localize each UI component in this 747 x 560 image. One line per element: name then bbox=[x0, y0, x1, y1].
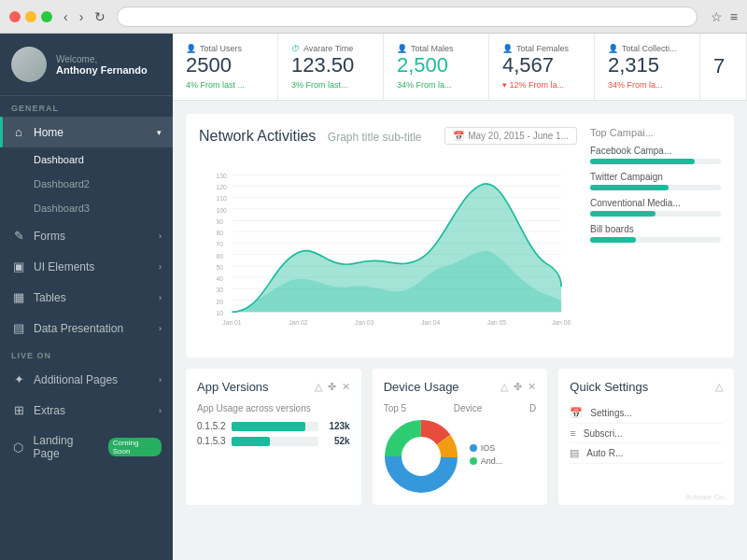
close-button[interactable] bbox=[9, 11, 21, 22]
additional-pages-icon: ✦ bbox=[11, 372, 26, 386]
stat-total-collections: 👤 Total Collecti... 2,315 34% From la... bbox=[595, 34, 700, 100]
quick-item-auto-label: Auto R... bbox=[586, 448, 623, 458]
stat-total-males-change: 34% From la... bbox=[397, 80, 475, 90]
sidebar-item-ui-elements[interactable]: ▣ UI Elements › bbox=[0, 251, 173, 282]
app-version-row-1: 0.1.5.2 123k bbox=[197, 421, 350, 431]
svg-text:Jan 04: Jan 04 bbox=[421, 319, 441, 326]
svg-text:120: 120 bbox=[217, 184, 228, 190]
star-icon[interactable]: ☆ bbox=[711, 9, 723, 24]
stat-total-males: 👤 Total Males 2,500 34% From la... bbox=[384, 34, 489, 100]
chart-left: Network Activities Graph title sub-title… bbox=[199, 127, 577, 344]
device-top5: Top 5 bbox=[384, 403, 406, 413]
date-range-text: May 20, 2015 - June 1... bbox=[468, 131, 569, 141]
campaign-facebook-bar bbox=[590, 159, 695, 164]
campaign-conventional: Conventional Media... bbox=[590, 198, 721, 217]
sidebar-subitem-dashboard[interactable]: Dashboard bbox=[0, 147, 173, 172]
svg-text:70: 70 bbox=[217, 241, 224, 247]
sidebar-item-additional-pages[interactable]: ✦ Additional Pages › bbox=[0, 364, 173, 395]
campaign-billboards-name: Bill boards bbox=[590, 224, 721, 234]
auto-icon: ▤ bbox=[570, 447, 579, 459]
svg-text:110: 110 bbox=[217, 195, 228, 202]
svg-text:Jan 01: Jan 01 bbox=[222, 319, 242, 326]
close-icon2[interactable]: ✕ bbox=[528, 381, 536, 393]
sidebar-item-additional-label: Additional Pages bbox=[34, 373, 118, 386]
settings-icon: 📅 bbox=[570, 407, 583, 419]
quick-settings-controls: △ bbox=[715, 381, 723, 393]
stat-total-males-value: 2,500 bbox=[397, 53, 475, 77]
app-versions-title: App Versions bbox=[197, 380, 269, 394]
female-icon: 👤 bbox=[502, 44, 513, 53]
users-icon: 👤 bbox=[186, 44, 196, 53]
section-label-liveon: LIVE ON bbox=[0, 343, 173, 364]
expand-icon2[interactable]: △ bbox=[500, 381, 508, 393]
clock-icon: ⏱ bbox=[291, 44, 300, 53]
legend-android: And... bbox=[470, 456, 503, 466]
sidebar-item-landing-label: Landing Page bbox=[34, 434, 101, 460]
stat-total-collections-change: 34% From la... bbox=[608, 80, 686, 90]
close-icon[interactable]: ✕ bbox=[342, 381, 350, 393]
svg-text:50: 50 bbox=[217, 264, 224, 271]
expand-icon[interactable]: △ bbox=[315, 381, 322, 393]
sidebar-item-tables-label: Tables bbox=[34, 291, 66, 304]
sidebar-subitem-dashboard2[interactable]: Dashboard2 bbox=[0, 172, 173, 196]
tables-icon: ▦ bbox=[11, 290, 26, 304]
chart-section: Network Activities Graph title sub-title… bbox=[186, 114, 734, 357]
chevron-right-icon5: › bbox=[159, 375, 162, 385]
maximize-button[interactable] bbox=[41, 11, 52, 22]
pin-icon[interactable]: ✤ bbox=[328, 381, 336, 393]
ui-elements-icon: ▣ bbox=[11, 259, 26, 273]
device-usage-title: Device Usage bbox=[384, 380, 459, 394]
avatar bbox=[11, 47, 47, 82]
chevron-right-icon4: › bbox=[159, 324, 162, 333]
collections-icon: 👤 bbox=[608, 44, 618, 53]
quick-item-subscriptions[interactable]: ≡ Subscri... bbox=[570, 424, 723, 443]
sidebar-item-forms[interactable]: ✎ Forms › bbox=[0, 220, 173, 251]
svg-text:30: 30 bbox=[217, 287, 224, 293]
campaign-twitter-name: Twitter Campaign bbox=[590, 172, 721, 182]
back-button[interactable]: ‹ bbox=[60, 7, 72, 26]
stat-total-collections-title: 👤 Total Collecti... bbox=[608, 44, 686, 53]
sidebar-item-tables[interactable]: ▦ Tables › bbox=[0, 282, 173, 313]
area-chart: 130 120 110 100 90 80 70 60 50 40 30 20 bbox=[199, 154, 577, 344]
sidebar-item-data-presentation[interactable]: ▤ Data Presentation › bbox=[0, 313, 173, 343]
subscriptions-icon: ≡ bbox=[570, 427, 575, 439]
user-info: Welcome, Anthony Fernando bbox=[56, 54, 148, 76]
device-usage-controls: △ ✤ ✕ bbox=[500, 381, 536, 393]
campaign-billboards: Bill boards bbox=[590, 224, 721, 243]
main-content: 👤 Total Users 2500 4% From last ... ⏱ Av… bbox=[173, 34, 747, 560]
sidebar-item-landing-page[interactable]: ⬡ Landing Page Coming Soon bbox=[0, 426, 173, 469]
stat-total-users: 👤 Total Users 2500 4% From last ... bbox=[173, 34, 278, 100]
campaign-conventional-bar-bg bbox=[590, 211, 721, 217]
stat-total-users-title: 👤 Total Users bbox=[186, 44, 264, 53]
refresh-button[interactable]: ↻ bbox=[91, 7, 109, 26]
minimize-button[interactable] bbox=[25, 11, 36, 22]
quick-item-auto[interactable]: ▤ Auto R... bbox=[570, 443, 723, 464]
stat-6: 7 bbox=[700, 34, 747, 100]
expand-icon3[interactable]: △ bbox=[715, 381, 723, 393]
svg-text:10: 10 bbox=[217, 310, 224, 316]
sidebar-subitem-dashboard3[interactable]: Dashboard3 bbox=[0, 196, 173, 220]
forward-button[interactable]: › bbox=[76, 7, 88, 26]
address-bar[interactable] bbox=[117, 7, 697, 27]
campaign-facebook: Facebook Campa... bbox=[590, 146, 721, 164]
sidebar-item-extras[interactable]: ⊞ Extras › bbox=[0, 395, 173, 426]
coming-soon-badge: Coming Soon bbox=[108, 438, 162, 456]
legend-ios: IOS bbox=[470, 443, 503, 453]
campaign-facebook-name: Facebook Campa... bbox=[590, 146, 721, 156]
campaign-conventional-name: Conventional Media... bbox=[590, 198, 721, 208]
sidebar-item-extras-label: Extras bbox=[34, 404, 65, 417]
section-label-general: GENERAL bbox=[0, 96, 173, 117]
sidebar-item-forms-label: Forms bbox=[34, 230, 65, 243]
pin-icon2[interactable]: ✤ bbox=[514, 381, 522, 393]
menu-icon[interactable]: ≡ bbox=[730, 9, 738, 24]
app-version-row-2: 0.1.5.3 52k bbox=[197, 436, 350, 446]
campaign-facebook-bar-bg bbox=[590, 159, 721, 164]
quick-item-settings[interactable]: 📅 Settings... bbox=[570, 403, 723, 424]
avatar-image bbox=[11, 47, 47, 82]
user-name: Anthony Fernando bbox=[56, 64, 148, 76]
version-bar-bg-2 bbox=[232, 437, 318, 446]
date-range[interactable]: 📅 May 20, 2015 - June 1... bbox=[444, 127, 577, 145]
sidebar-item-home[interactable]: ⌂ Home ▾ bbox=[0, 117, 173, 147]
campaigns-panel: Top Campai... Facebook Campa... Twitter … bbox=[590, 127, 721, 344]
campaign-billboards-bar bbox=[590, 237, 636, 243]
